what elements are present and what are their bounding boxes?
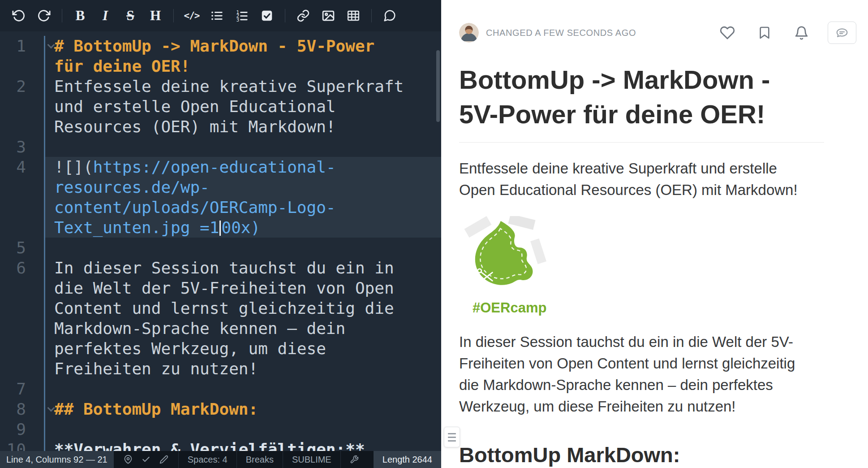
keymap-setting[interactable]: SUBLIME bbox=[283, 451, 340, 468]
document-length-status: Length 2644 bbox=[374, 451, 441, 468]
editor-row: 5 bbox=[0, 238, 441, 258]
code-row[interactable]: Resources (OER) mit Markdown! bbox=[44, 117, 441, 137]
gutter-cell bbox=[0, 359, 44, 379]
redo-icon[interactable] bbox=[32, 5, 56, 26]
code-row[interactable]: In dieser Session tauchst du ein in bbox=[44, 258, 441, 278]
code-editor[interactable]: 1# BottomUp -> MarkDown - 5V-Powerfür de… bbox=[0, 31, 441, 451]
code-row[interactable]: Freiheiten zu nutzen! bbox=[44, 359, 441, 379]
editor-row: resources.de/wp- bbox=[0, 177, 441, 197]
code-token: **Verwahren & Vervielfältigen:** bbox=[54, 440, 365, 451]
editor-row: 8## BottomUp MarkDown: bbox=[0, 399, 441, 419]
editor-row: content/uploads/OERCamp-Logo- bbox=[0, 197, 441, 217]
code-token: Markdown-Sprache kennen – dein bbox=[54, 319, 345, 338]
gutter-cell bbox=[0, 117, 44, 137]
document-meta-bar: CHANGED A FEW SECONDS AGO bbox=[459, 22, 868, 44]
preferences-wrench-icon[interactable] bbox=[340, 451, 368, 468]
code-row[interactable]: Content und lernst gleichzeitig die bbox=[44, 298, 441, 318]
italic-icon[interactable]: I bbox=[94, 5, 117, 26]
gutter-cell: 9 bbox=[0, 419, 44, 439]
gutter-cell: 8 bbox=[0, 399, 44, 419]
code-row[interactable]: Entfessele deine kreative Superkraft bbox=[44, 76, 441, 96]
code-token: perfektes Werkzeug, um diese bbox=[54, 339, 326, 358]
status-icons bbox=[114, 451, 178, 468]
line-number: 10 bbox=[7, 440, 26, 451]
comments-button[interactable] bbox=[828, 22, 856, 44]
code-row[interactable]: ## BottomUp MarkDown: bbox=[44, 399, 441, 419]
code-row[interactable]: # BottomUp -> MarkDown - 5V-Power bbox=[44, 36, 441, 56]
document-actions bbox=[697, 22, 856, 44]
bell-icon[interactable] bbox=[794, 26, 809, 40]
code-row[interactable]: content/uploads/OERCamp-Logo- bbox=[44, 197, 441, 217]
image-icon[interactable] bbox=[317, 5, 340, 26]
editor-scrollbar[interactable] bbox=[436, 50, 440, 122]
gutter-cell bbox=[0, 298, 44, 318]
code-row[interactable]: Text_unten.jpg =100x) bbox=[44, 217, 441, 238]
status-check-icon[interactable] bbox=[142, 455, 150, 464]
linebreak-setting[interactable]: Breaks bbox=[236, 451, 283, 468]
code-row[interactable] bbox=[44, 419, 441, 439]
editor-lines: 1# BottomUp -> MarkDown - 5V-Powerfür de… bbox=[0, 36, 441, 451]
code-token: für deine OER! bbox=[54, 57, 190, 75]
table-icon[interactable] bbox=[342, 5, 365, 26]
unordered-list-icon[interactable] bbox=[205, 5, 228, 26]
editor-row: 3 bbox=[0, 137, 441, 157]
author-avatar[interactable] bbox=[459, 23, 479, 43]
editor-row: Text_unten.jpg =100x) bbox=[0, 217, 441, 238]
code-row[interactable]: resources.de/wp- bbox=[44, 177, 441, 197]
editor-row: Freiheiten zu nutzen! bbox=[0, 359, 441, 379]
heading-icon[interactable]: H bbox=[144, 5, 167, 26]
editor-row: 6In dieser Session tauchst du ein in bbox=[0, 258, 441, 278]
code-token: Freiheiten zu nutzen! bbox=[54, 360, 258, 378]
line-number: 1 bbox=[16, 37, 26, 55]
code-row[interactable]: die Welt der 5V-Freiheiten von Open bbox=[44, 278, 441, 298]
status-pin-icon[interactable] bbox=[124, 455, 133, 464]
code-row[interactable]: und erstelle Open Educational bbox=[44, 96, 441, 117]
editor-toolbar: B I S H </> 123 bbox=[0, 0, 441, 31]
heart-icon[interactable] bbox=[720, 25, 735, 40]
gutter-cell: 2 bbox=[0, 76, 44, 96]
code-token: # BottomUp -> MarkDown - 5V-Power bbox=[54, 37, 374, 55]
pane-resize-handle[interactable] bbox=[444, 427, 460, 447]
code-row[interactable] bbox=[44, 379, 441, 399]
code-row[interactable]: für deine OER! bbox=[44, 56, 441, 76]
logo-caption: #OERcamp bbox=[473, 300, 824, 316]
editor-row: Resources (OER) mit Markdown! bbox=[0, 117, 441, 137]
line-number: 2 bbox=[16, 77, 26, 95]
bookmark-icon[interactable] bbox=[757, 26, 772, 40]
code-row[interactable] bbox=[44, 238, 441, 258]
strikethrough-icon[interactable]: S bbox=[119, 5, 142, 26]
bold-icon[interactable]: B bbox=[69, 5, 92, 26]
code-token: Entfessele deine kreative Superkraft bbox=[54, 77, 404, 95]
code-token: 00x) bbox=[221, 218, 260, 237]
code-row[interactable]: perfektes Werkzeug, um diese bbox=[44, 338, 441, 359]
section-heading: BottomUp MarkDown: bbox=[459, 442, 824, 467]
ordered-list-icon[interactable]: 123 bbox=[230, 5, 254, 26]
comment-icon[interactable] bbox=[378, 5, 401, 26]
line-number: 4 bbox=[16, 158, 26, 176]
editor-row: 10**Verwahren & Vervielfältigen:** bbox=[0, 439, 441, 451]
todo-list-icon[interactable] bbox=[255, 5, 279, 26]
line-number: 6 bbox=[16, 259, 26, 277]
cursor-position-status: Line 4, Columns 92 — 21 bbox=[0, 451, 114, 468]
editor-row: 2Entfessele deine kreative Superkraft bbox=[0, 76, 441, 96]
editor-row: die Welt der 5V-Freiheiten von Open bbox=[0, 278, 441, 298]
code-token: Resources (OER) mit Markdown! bbox=[54, 117, 336, 136]
line-number: 8 bbox=[16, 400, 26, 418]
code-row[interactable]: ![](https://open-educational- bbox=[44, 157, 441, 177]
editor-row: und erstelle Open Educational bbox=[0, 96, 441, 117]
code-token: https://open-educational- bbox=[93, 158, 336, 176]
code-block-icon[interactable]: </> bbox=[180, 5, 203, 26]
code-row[interactable]: **Verwahren & Vervielfältigen:** bbox=[44, 439, 441, 451]
svg-text:3: 3 bbox=[236, 17, 240, 23]
indent-setting[interactable]: Spaces: 4 bbox=[178, 451, 236, 468]
link-icon[interactable] bbox=[292, 5, 315, 26]
code-row[interactable]: Markdown-Sprache kennen – dein bbox=[44, 318, 441, 338]
gutter-cell bbox=[0, 177, 44, 197]
toolbar-separator bbox=[371, 9, 372, 22]
session-paragraph: In dieser Session tauchst du ein in die … bbox=[459, 331, 824, 417]
gutter-cell: 7 bbox=[0, 379, 44, 399]
status-brush-icon[interactable] bbox=[159, 455, 168, 464]
code-row[interactable] bbox=[44, 137, 441, 157]
undo-icon[interactable] bbox=[7, 5, 30, 26]
code-token: ## BottomUp MarkDown: bbox=[54, 400, 258, 418]
